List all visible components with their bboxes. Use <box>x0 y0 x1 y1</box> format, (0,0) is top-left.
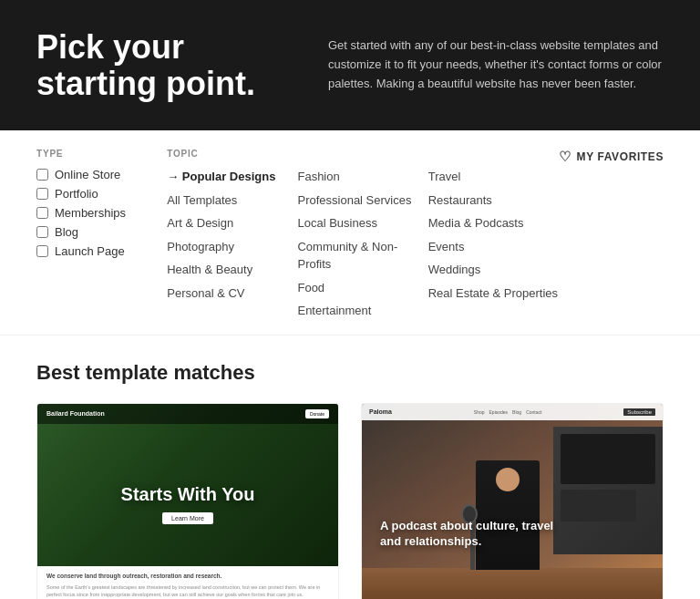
bailard-donate-btn: Donate <box>305 409 329 418</box>
topic-media-podcasts[interactable]: Media & Podcasts <box>428 214 559 232</box>
topic-col2: - Fashion Professional Services Local Bu… <box>297 149 427 325</box>
main-content: Best template matches Bailard Foundation… <box>0 336 700 599</box>
filter-memberships[interactable]: Memberships <box>36 206 167 220</box>
header-description: Get started with any of our best-in-clas… <box>328 36 664 93</box>
section-title: Best template matches <box>36 361 664 385</box>
bailard-bottom-desc: Some of the Earth's greatest landscapes … <box>46 584 329 599</box>
favorites-label: MY FAVORITES <box>577 150 664 163</box>
type-filter-col: TYPE Online Store Portfolio Memberships … <box>36 149 167 325</box>
heart-icon: ♡ <box>559 149 571 165</box>
favorites-button[interactable]: ♡ MY FAVORITES <box>559 149 664 165</box>
paloma-logo: Paloma <box>369 408 392 415</box>
checkbox-portfolio[interactable] <box>36 188 48 200</box>
topic-events[interactable]: Events <box>428 238 559 256</box>
topic-real-estate[interactable]: Real Estate & Properties <box>428 284 559 303</box>
topic-col3: - Travel Restaurants Media & Podcasts Ev… <box>428 149 559 325</box>
topic-filter-col: TOPIC Popular Designs All Templates Art … <box>167 149 297 325</box>
topic-popular-designs[interactable]: Popular Designs <box>167 168 297 186</box>
page-title: Pick yourstarting point. <box>36 29 273 101</box>
bailard-cta-btn: Learn More <box>162 512 213 524</box>
filter-portfolio[interactable]: Portfolio <box>36 187 167 201</box>
topic-local-business[interactable]: Local Business <box>297 214 427 232</box>
filter-online-store[interactable]: Online Store <box>36 168 167 181</box>
topic-community[interactable]: Community & Non-Profits <box>297 238 427 274</box>
topic-fashion[interactable]: Fashion <box>297 168 427 186</box>
paloma-nav-blog: Blog <box>512 409 521 415</box>
filter-launch-page[interactable]: Launch Page <box>36 244 167 258</box>
topic-professional-services[interactable]: Professional Services <box>297 191 427 210</box>
paloma-nav-icons: Subscribe <box>623 408 655 416</box>
topic-personal-cv[interactable]: Personal & CV <box>167 284 297 303</box>
paloma-preview: Paloma Shop Episodes Blog Contact Subscr… <box>362 404 663 599</box>
bailard-bottom-section: We conserve land through outreach, resto… <box>37 566 338 599</box>
paloma-nav: Shop Episodes Blog Contact <box>474 409 542 415</box>
checkbox-launch-page[interactable] <box>36 245 48 257</box>
monitor <box>561 434 655 484</box>
paloma-nav-contact: Contact <box>526 409 541 415</box>
topic-health-beauty[interactable]: Health & Beauty <box>167 261 297 279</box>
paloma-nav-shop: Shop <box>474 409 485 415</box>
paloma-nav-episodes: Episodes <box>489 409 509 415</box>
person-head <box>496 468 520 491</box>
person-figure <box>476 460 540 570</box>
topic-label: TOPIC <box>167 149 297 159</box>
speaker <box>561 490 636 522</box>
topic-art-design[interactable]: Art & Design <box>167 214 297 232</box>
paloma-top-bar: Paloma Shop Episodes Blog Contact Subscr… <box>362 404 663 420</box>
bailard-bottom-title: We conserve land through outreach, resto… <box>46 572 329 581</box>
bailard-logo: Bailard Foundation <box>46 410 105 417</box>
type-label: TYPE <box>36 149 167 159</box>
bailard-preview: Bailard Foundation Donate Starts With Yo… <box>37 404 338 599</box>
filter-section: TYPE Online Store Portfolio Memberships … <box>0 130 700 336</box>
page-header: Pick yourstarting point. Get started wit… <box>0 0 700 130</box>
bailard-hero-title: Starts With You <box>121 484 255 505</box>
topic-restaurants[interactable]: Restaurants <box>428 191 559 210</box>
paloma-hero-text: A podcast about culture, traveland relat… <box>380 519 553 550</box>
topic-food[interactable]: Food <box>297 279 427 297</box>
bailard-top-bar: Bailard Foundation Donate <box>37 404 338 424</box>
checkbox-memberships[interactable] <box>36 207 48 219</box>
topic-photography[interactable]: Photography <box>167 238 297 256</box>
topic-all-templates[interactable]: All Templates <box>167 191 297 210</box>
desk-surface <box>362 568 663 599</box>
topic-weddings[interactable]: Weddings <box>428 261 559 279</box>
checkbox-blog[interactable] <box>36 226 48 238</box>
topic-entertainment[interactable]: Entertainment <box>297 302 427 320</box>
checkbox-online-store[interactable] <box>36 169 48 181</box>
template-grid: Bailard Foundation Donate Starts With Yo… <box>36 403 664 599</box>
topic-travel[interactable]: Travel <box>428 168 559 186</box>
equipment-area <box>553 427 663 554</box>
filter-blog[interactable]: Blog <box>36 225 167 239</box>
template-card-bailard[interactable]: Bailard Foundation Donate Starts With Yo… <box>36 403 339 599</box>
paloma-subscribe-btn: Subscribe <box>623 408 655 416</box>
template-card-paloma[interactable]: Paloma Shop Episodes Blog Contact Subscr… <box>361 403 664 599</box>
